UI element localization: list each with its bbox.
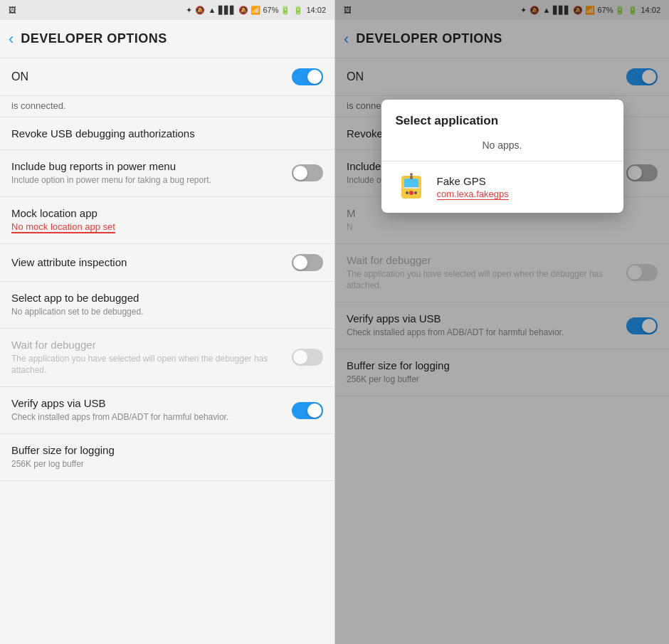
- wifi-icon: ▲: [208, 6, 216, 14]
- fake-gps-icon: [396, 171, 427, 203]
- setting-subtitle-greyed: The application you have selected will o…: [11, 353, 292, 377]
- mock-location-title: Mock location app: [11, 207, 323, 219]
- dialog-title: Select application: [381, 100, 623, 134]
- back-button-left[interactable]: ‹: [9, 30, 14, 48]
- on-label-left: ON: [11, 70, 28, 83]
- debugger-toggle-left: [292, 349, 323, 366]
- svg-rect-7: [410, 176, 413, 179]
- setting-buffer-size-left[interactable]: Buffer size for logging 256K per log buf…: [0, 434, 334, 481]
- left-panel: 🖼 ✦ 🔕 ▲ ▋▋▋ 🔕 📶 67% 🔋 🔋 14:02 ‹ DEVELOPE…: [0, 0, 334, 644]
- setting-verify-apps-left[interactable]: Verify apps via USB Check installed apps…: [0, 387, 334, 434]
- setting-title: View attribute inspection: [11, 256, 292, 268]
- setting-content: Include bug reports in power menu Includ…: [11, 160, 292, 186]
- setting-view-attribute-left[interactable]: View attribute inspection: [0, 244, 334, 282]
- setting-content: Select app to be debugged No application…: [11, 292, 323, 318]
- svg-point-3: [406, 191, 409, 194]
- right-panel: 🖼 ✦ 🔕 ▲ ▋▋▋ 🔕 📶 67% 🔋 🔋 14:02 ‹ DEVELOPE…: [334, 0, 669, 644]
- attribute-toggle-left[interactable]: [292, 254, 323, 271]
- camera-icon: 🖼: [9, 6, 16, 14]
- setting-wait-debugger-left: Wait for debugger The application you ha…: [0, 329, 334, 388]
- dialog-overlay[interactable]: Select application No apps.: [335, 0, 669, 644]
- setting-subtitle: 256K per log buffer: [11, 458, 323, 470]
- page-title-left: DEVELOPER OPTIONS: [21, 31, 167, 46]
- setting-content: Revoke USB debugging authorizations: [11, 127, 323, 139]
- status-bar-right-icons: ✦ 🔕 ▲ ▋▋▋ 🔕 📶 67% 🔋 🔋 14:02: [186, 6, 326, 15]
- time-left: 14:02: [306, 6, 326, 14]
- status-bar-left: 🖼 ✦ 🔕 ▲ ▋▋▋ 🔕 📶 67% 🔋 🔋 14:02: [0, 0, 334, 20]
- top-bar-left: ‹ DEVELOPER OPTIONS: [0, 20, 334, 58]
- dialog-app-info: Fake GPS com.lexa.fakegps: [437, 175, 609, 200]
- setting-content: Wait for debugger The application you ha…: [11, 339, 292, 377]
- dialog-app-name: Fake GPS: [437, 175, 609, 187]
- svg-rect-5: [403, 187, 420, 189]
- verify-toggle-left[interactable]: [292, 402, 323, 419]
- setting-subtitle: Check installed apps from ADB/ADT for ha…: [11, 411, 292, 423]
- mute-icon: 🔕: [195, 6, 205, 15]
- setting-content: Verify apps via USB Check installed apps…: [11, 397, 292, 423]
- setting-title: Buffer size for logging: [11, 444, 323, 456]
- dialog-app-package: com.lexa.fakegps: [437, 189, 509, 200]
- setting-include-bug-left[interactable]: Include bug reports in power menu Includ…: [0, 150, 334, 197]
- svg-rect-1: [404, 179, 418, 189]
- battery-percent: 🔕 📶 67% 🔋: [238, 6, 290, 15]
- setting-content: View attribute inspection: [11, 256, 292, 268]
- setting-subtitle: Include option in power menu for taking …: [11, 174, 292, 186]
- battery-icon: 🔋: [293, 6, 303, 15]
- signal-icon: ▋▋▋: [218, 6, 236, 15]
- setting-title: Revoke USB debugging authorizations: [11, 127, 323, 139]
- setting-mock-location-left[interactable]: Mock location app No mock location app s…: [0, 197, 334, 244]
- bluetooth-icon: ✦: [186, 6, 192, 15]
- svg-point-2: [409, 191, 413, 195]
- setting-revoke-usb-left[interactable]: Revoke USB debugging authorizations: [0, 117, 334, 150]
- connected-note-left: is connected.: [0, 96, 334, 117]
- setting-select-debug-left[interactable]: Select app to be debugged No application…: [0, 282, 334, 329]
- svg-point-4: [414, 191, 417, 194]
- setting-title: Verify apps via USB: [11, 397, 292, 409]
- setting-title-greyed: Wait for debugger: [11, 339, 292, 351]
- setting-title: Select app to be debugged: [11, 292, 323, 304]
- bug-toggle-left[interactable]: [292, 164, 323, 181]
- select-application-dialog[interactable]: Select application No apps.: [381, 100, 623, 213]
- setting-title: Include bug reports in power menu: [11, 160, 292, 172]
- content-area-left: ON is connected. Revoke USB debugging au…: [0, 58, 334, 644]
- status-bar-left-icons: 🖼: [9, 6, 16, 14]
- svg-point-6: [410, 173, 413, 176]
- mock-location-subtitle: No mock location app set: [11, 221, 115, 233]
- on-toggle-left[interactable]: [292, 68, 323, 85]
- dialog-app-row[interactable]: Fake GPS com.lexa.fakegps: [381, 162, 623, 213]
- dialog-no-apps: No apps.: [381, 134, 623, 161]
- on-row-left[interactable]: ON: [0, 58, 334, 96]
- setting-content: Mock location app No mock location app s…: [11, 207, 323, 233]
- setting-subtitle: No application set to be debugged.: [11, 306, 323, 318]
- setting-content: Buffer size for logging 256K per log buf…: [11, 444, 323, 470]
